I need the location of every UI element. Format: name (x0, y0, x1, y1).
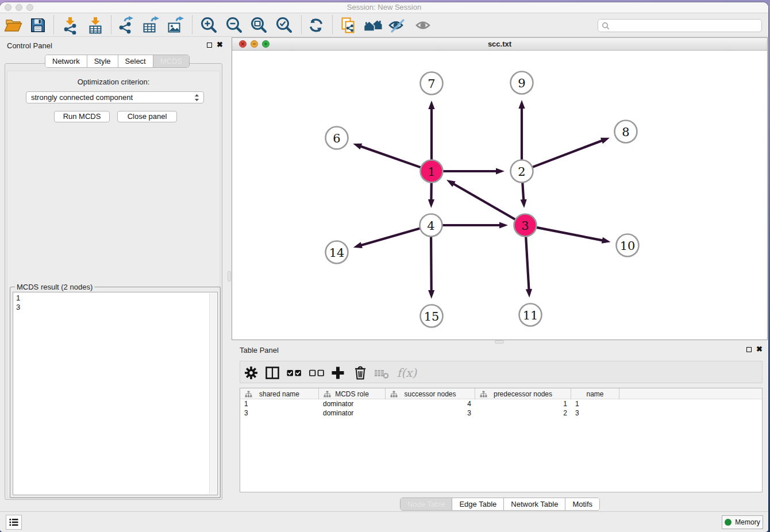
tab-mcds[interactable]: MCDS (153, 55, 189, 67)
column-type-icon (324, 391, 331, 398)
column-header-predecessor-nodes[interactable]: predecessor nodes (475, 388, 571, 399)
graph-edge-arrowhead (428, 101, 434, 109)
graph-edge-2-3[interactable] (522, 183, 523, 201)
mcds-result-groupbox: MCDS result (2 nodes) 1 3 (10, 287, 221, 498)
graph-node-label: 2 (518, 165, 525, 179)
horizontal-splitter-grip[interactable] (495, 340, 504, 344)
network-canvas[interactable]: 7968124314101511 (232, 51, 767, 340)
main-toolbar (0, 13, 768, 37)
tab-node-table[interactable]: Node Table (401, 498, 452, 510)
column-header-name[interactable]: name (571, 388, 619, 399)
column-header-successor-nodes[interactable]: successor nodes (386, 388, 475, 399)
table-cell: 2 (475, 408, 571, 418)
table-cell: 1 (475, 399, 571, 408)
close-panel-icon[interactable]: ✖ (217, 42, 223, 48)
zoom-selected-region-icon[interactable] (274, 15, 294, 36)
split-view-icon[interactable] (264, 364, 281, 381)
settings-icon[interactable] (242, 364, 260, 381)
graph-edge-3-11[interactable] (526, 237, 529, 291)
optimization-criterion-select[interactable]: strongly connected component (26, 91, 204, 103)
save-session-icon[interactable] (28, 15, 48, 36)
graph-edge-arrowhead (446, 180, 456, 187)
export-network-icon[interactable] (116, 15, 137, 36)
window-title: Session: New Session (0, 2, 768, 13)
mcds-tab-content: Optimization criterion: strongly connect… (5, 63, 222, 500)
search-icon (602, 22, 610, 30)
first-neighbors-icon[interactable] (363, 15, 383, 36)
tab-style[interactable]: Style (87, 55, 118, 67)
open-session-icon[interactable] (3, 15, 24, 36)
table-cell: 3 (386, 408, 475, 418)
tab-select[interactable]: Select (118, 55, 153, 67)
task-history-button[interactable] (6, 515, 22, 530)
tab-edge-table[interactable]: Edge Table (452, 498, 503, 510)
search-field[interactable] (598, 19, 762, 32)
graph-node-label: 10 (620, 239, 636, 253)
tab-network-table[interactable]: Network Table (503, 498, 565, 510)
status-bar: Memory (0, 511, 768, 532)
import-network-from-file-icon[interactable] (60, 15, 80, 36)
run-mcds-button[interactable]: Run MCDS (54, 111, 110, 122)
zoom-fit-content-icon[interactable] (248, 15, 269, 36)
graph-edge-arrowhead (526, 289, 532, 298)
close-panel-button[interactable]: Close panel (117, 111, 177, 122)
table-toolbar: f(x) (240, 361, 763, 383)
graph-edge-3-10[interactable] (537, 228, 604, 241)
table-row[interactable]: 3dominator323 (240, 408, 762, 418)
table-cell: 1 (571, 399, 619, 408)
network-window-title: scc.txt (232, 38, 767, 51)
memory-button[interactable]: Memory (722, 515, 763, 529)
tab-network[interactable]: Network (45, 55, 87, 67)
control-panel-title: Control Panel (7, 41, 52, 50)
graph-edge-4-15[interactable] (431, 237, 432, 292)
vertical-splitter-grip[interactable] (228, 271, 231, 282)
graph-edge-arrowhead (518, 100, 525, 109)
graph-edge-arrowhead (521, 199, 527, 208)
select-all-rows-icon[interactable] (286, 364, 303, 381)
toolbar-separator (332, 16, 333, 34)
network-view-window: scc.txt 7968124314101511 (232, 37, 768, 340)
table-cell: 3 (240, 408, 319, 418)
import-table-from-file-icon[interactable] (85, 15, 106, 36)
toolbar-separator (192, 16, 192, 34)
deselect-all-rows-icon[interactable] (308, 364, 325, 381)
refresh-view-icon[interactable] (306, 15, 326, 36)
table-panel-title: Table Panel (240, 346, 279, 354)
table-panel-tabs: Node TableEdge TableNetwork TableMotifs (400, 498, 600, 511)
delete-table-icon[interactable] (373, 364, 390, 381)
hide-selected-icon[interactable] (387, 15, 407, 36)
zoom-out-icon[interactable] (224, 15, 244, 36)
control-panel: Control Panel ✖ NetworkStyleSelectMCDS O… (0, 37, 227, 511)
search-input[interactable] (612, 22, 761, 30)
tab-motifs[interactable]: Motifs (565, 498, 599, 510)
graph-edge-3-1[interactable] (452, 183, 515, 219)
graph-edge-arrowhead (428, 199, 434, 208)
graph-edge-4-14[interactable] (360, 229, 419, 246)
float-table-panel-icon[interactable] (746, 347, 752, 352)
graph-edge-1-6[interactable] (360, 146, 421, 167)
table-cell: 3 (571, 408, 619, 418)
clone-network-icon[interactable] (338, 15, 359, 36)
function-builder-icon[interactable]: f(x) (394, 364, 419, 381)
table-panel: Table Panel ✖ (232, 345, 768, 511)
table-header-row: shared nameMCDS rolesuccessor nodesprede… (240, 388, 762, 399)
delete-columns-icon[interactable] (352, 364, 369, 381)
add-column-icon[interactable] (329, 364, 346, 381)
column-header-shared-name[interactable]: shared name (240, 388, 319, 399)
show-all-icon[interactable] (413, 15, 434, 36)
column-header-mcds-role[interactable]: MCDS role (319, 388, 386, 399)
table-row[interactable]: 1dominator411 (240, 399, 762, 408)
graph-node-label: 1 (428, 165, 435, 179)
network-window-titlebar[interactable]: scc.txt (232, 38, 767, 51)
graph-edge-2-8[interactable] (533, 140, 603, 167)
export-image-icon[interactable] (165, 15, 186, 36)
float-panel-icon[interactable] (207, 43, 212, 48)
mcds-result-values: 1 3 (16, 294, 20, 312)
zoom-in-icon[interactable] (198, 15, 219, 36)
close-table-panel-icon[interactable]: ✖ (756, 346, 763, 352)
result-scrollbar[interactable] (209, 293, 217, 494)
mcds-result-textarea[interactable]: 1 3 (13, 292, 218, 495)
export-table-icon[interactable] (140, 15, 161, 36)
table-cell: dominator (319, 408, 386, 418)
memory-status-icon (725, 519, 732, 526)
